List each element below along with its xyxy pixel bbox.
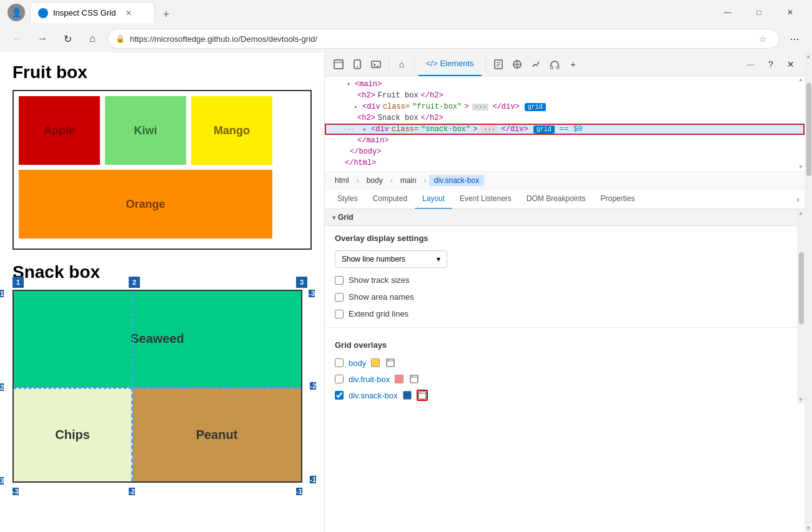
dom-line-close-html[interactable]: </html> — [325, 157, 805, 169]
breadcrumb-snack-box[interactable]: div.snack-box — [429, 175, 484, 186]
close-button[interactable]: ✕ — [776, 3, 805, 22]
grid-label-3-left: 3 — [0, 477, 4, 485]
breadcrumb-body[interactable]: body — [362, 175, 388, 186]
add-panel-button[interactable]: + — [565, 56, 582, 73]
svg-point-2 — [357, 66, 358, 67]
tab-event-listeners[interactable]: Event Listeners — [452, 189, 519, 209]
address-bar[interactable]: 🔒 https://microsoftedge.github.io/Demos/… — [107, 29, 780, 49]
line-numbers-dropdown[interactable]: Show line numbers ▾ — [335, 250, 447, 268]
inspect-element-button[interactable] — [330, 56, 347, 73]
devtools-panel: ⌂ </> Elements + — [325, 52, 805, 532]
overlay-snack-box-checkbox[interactable] — [335, 391, 344, 400]
chips-label: Chips — [55, 428, 90, 442]
peanut-label: Peanut — [196, 428, 238, 442]
home-devtools-button[interactable]: ⌂ — [393, 56, 410, 73]
breadcrumb-main[interactable]: main — [395, 175, 422, 186]
tab-favicon — [38, 8, 48, 18]
tab-properties[interactable]: Properties — [593, 189, 643, 209]
devtools-scroll-track — [805, 60, 812, 525]
dom-line-h2-snack[interactable]: <h2> Snack box </h2> — [325, 112, 805, 124]
dom-line-snack-box[interactable]: ··· ▸ <div class= "snack-box" > ··· </di… — [325, 124, 805, 135]
grid-label-neg3-bottom: -3 — [12, 488, 19, 495]
breadcrumb-html[interactable]: html — [330, 175, 354, 186]
svg-rect-0 — [334, 60, 343, 69]
dom-dots-snack[interactable]: ··· — [481, 126, 497, 133]
scroll-down-layout[interactable]: ▼ — [797, 396, 805, 403]
dom-badge-grid-snack[interactable]: grid — [533, 126, 555, 134]
tab-dom-breakpoints[interactable]: DOM Breakpoints — [519, 189, 593, 209]
favorite-button[interactable]: ☆ — [754, 30, 771, 47]
overlay-fruit-box-checkbox[interactable] — [335, 375, 344, 383]
dom-tree: ▲ ▾ <main> <h2> Fruit box </h2> — [325, 76, 805, 172]
overlay-snack-box-color[interactable] — [403, 391, 412, 400]
devtools-scroll-down[interactable]: ▼ — [805, 525, 812, 532]
overlay-row-body: body — [325, 355, 797, 371]
console-button[interactable] — [367, 56, 385, 73]
dom-line-main[interactable]: ▾ <main> — [325, 79, 805, 90]
close-devtools-button[interactable]: ✕ — [782, 56, 800, 73]
maximize-button[interactable]: □ — [745, 3, 773, 22]
scroll-down-arrow-dom[interactable]: ▼ — [797, 164, 805, 171]
dom-toggle-main[interactable]: ▾ — [345, 81, 352, 88]
dom-line-close-main[interactable]: </main> — [325, 135, 805, 146]
sources-button[interactable] — [490, 56, 507, 73]
dom-dots-fruit[interactable]: ··· — [472, 104, 488, 111]
grid-section-title: Grid — [338, 213, 354, 222]
tab-elements[interactable]: </> Elements — [418, 52, 482, 76]
overlay-snack-box-icon[interactable] — [417, 390, 428, 401]
layout-scrollbar[interactable]: ▲ ▼ — [797, 209, 805, 403]
back-button[interactable]: ← — [7, 29, 27, 49]
minimize-button[interactable]: — — [713, 3, 742, 22]
devtools-scroll-thumb[interactable] — [806, 83, 811, 176]
dom-line-close-body[interactable]: </body> — [325, 146, 805, 157]
memory-button[interactable] — [546, 56, 563, 73]
device-emulation-button[interactable] — [349, 56, 366, 73]
grid-label-neg1-right: -1 — [310, 476, 316, 483]
kiwi-label: Kiwi — [134, 124, 157, 137]
network-button[interactable] — [508, 56, 526, 73]
show-track-sizes-checkbox[interactable] — [335, 276, 344, 285]
active-tab[interactable]: Inspect CSS Grid ✕ — [30, 2, 155, 23]
browser-more-button[interactable]: ··· — [785, 29, 805, 49]
scroll-up-arrow[interactable]: ▲ — [797, 76, 805, 84]
dom-line-fruit-box[interactable]: ▸ <div class= "fruit-box" > ··· </div> g… — [325, 101, 805, 112]
dom-toggle-snack2[interactable]: ▸ — [361, 126, 369, 133]
new-tab-button[interactable]: + — [157, 6, 175, 23]
overlay-body-checkbox[interactable] — [335, 358, 344, 367]
dom-toggle-snack[interactable]: ··· — [345, 126, 352, 133]
profile-icon[interactable]: 👤 — [7, 4, 25, 21]
tab-close-button[interactable]: ✕ — [126, 9, 132, 17]
devtools-scrollbar[interactable]: ▲ ▼ — [805, 52, 812, 532]
home-button[interactable]: ⌂ — [82, 29, 102, 49]
refresh-button[interactable]: ↻ — [57, 29, 77, 49]
devtools-scroll-up[interactable]: ▲ — [805, 52, 812, 60]
dom-content: ▲ ▾ <main> <h2> Fruit box </h2> — [325, 76, 805, 172]
tab-computed[interactable]: Computed — [365, 189, 415, 209]
overlay-fruit-box-icon[interactable] — [408, 373, 420, 385]
tab-styles[interactable]: Styles — [330, 189, 365, 209]
dom-tag-close-html: </html> — [345, 159, 376, 167]
dom-line-h2-fruit[interactable]: <h2> Fruit box </h2> — [325, 90, 805, 101]
tab-layout[interactable]: Layout — [415, 189, 452, 209]
performance-button[interactable] — [527, 56, 545, 73]
scroll-thumb-layout[interactable] — [799, 252, 804, 324]
dom-badge-grid-fruit[interactable]: grid — [525, 103, 546, 111]
overlay-body-color[interactable] — [371, 358, 380, 367]
show-area-names-label: Show area names — [349, 292, 414, 302]
extend-grid-lines-checkbox[interactable] — [335, 310, 344, 318]
page-area: Fruit box Apple Kiwi Mango Orange — [0, 52, 325, 532]
help-button[interactable]: ? — [762, 56, 780, 73]
grid-section-header[interactable]: ▾ Grid — [325, 209, 797, 226]
show-area-names-checkbox[interactable] — [335, 293, 344, 302]
more-tools-button[interactable]: ··· — [742, 56, 760, 73]
scroll-up-layout[interactable]: ▲ — [797, 209, 805, 217]
dom-toggle-fruit[interactable]: ▸ — [352, 103, 360, 111]
overlay-body-icon[interactable] — [385, 357, 396, 368]
overlay-fruit-box-color[interactable] — [395, 375, 404, 383]
forward-button[interactable]: → — [32, 29, 52, 49]
style-tab-more[interactable]: › — [796, 194, 800, 204]
fruit-kiwi: Kiwi — [105, 96, 186, 165]
grid-toggle-icon: ▾ — [332, 214, 335, 221]
breadcrumb-bar: html › body › main › div.snack-box — [325, 172, 805, 189]
overlay-fruit-box-name: div.fruit-box — [349, 375, 390, 384]
